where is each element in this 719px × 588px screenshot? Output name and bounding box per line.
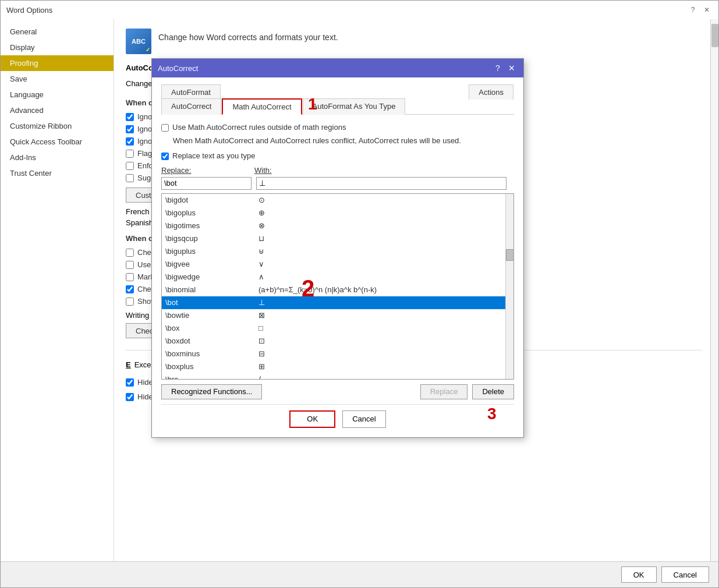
sidebar-item-trust-center[interactable]: Trust Center <box>1 165 114 181</box>
sidebar-item-language[interactable]: Language <box>1 87 114 102</box>
ignore2-checkbox[interactable] <box>126 125 134 133</box>
table-cell-replace: \bigotimes <box>162 219 255 232</box>
table-row-selected[interactable]: \bot ⊥ <box>162 296 513 309</box>
replace-header: Replace: <box>161 166 254 175</box>
check-checkbox[interactable] <box>126 249 134 257</box>
bottom-bar: OK Cancel <box>1 561 718 587</box>
replace-input[interactable] <box>161 177 252 190</box>
with-input[interactable] <box>256 177 507 190</box>
main-ok-button[interactable]: OK <box>621 566 657 583</box>
ignore3-checkbox[interactable] <box>126 137 134 146</box>
enforce-checkbox[interactable] <box>126 162 134 170</box>
table-row[interactable]: \boxplus ⊞ <box>162 360 513 373</box>
dialog-help-button[interactable]: ? <box>492 62 504 74</box>
hide-grammar-checkbox[interactable] <box>126 393 134 401</box>
table-cell-with: ⊗ <box>255 219 513 232</box>
title-bar-controls: ? ✕ <box>687 4 713 16</box>
table-row[interactable]: \bigoplus ⊕ <box>162 207 513 219</box>
use-math-row: Use Math AutoCorrect rules outside of ma… <box>161 122 514 133</box>
table-row[interactable]: \binomial (a+b)^n=Σ_(k=0)^n ⁡(n|k)a^k b^… <box>162 284 513 296</box>
spanish-label: Spanish <box>126 218 153 227</box>
table-row[interactable]: \bigotimes ⊗ <box>162 219 513 232</box>
sidebar: General Display Proofing Save Language A… <box>1 19 114 561</box>
show-checkbox[interactable] <box>126 297 134 306</box>
table-row[interactable]: \bigsqcup ⊔ <box>162 232 513 245</box>
tab-autoformat[interactable]: AutoFormat <box>161 84 221 100</box>
table-cell-replace: \box <box>162 322 255 335</box>
main-scroll-thumb <box>711 24 718 47</box>
table-row[interactable]: \bigvee ∨ <box>162 258 513 271</box>
dialog-body: AutoFormat Actions AutoCorrect Math Auto… <box>152 77 523 437</box>
table-row[interactable]: \bigwedge ∧ <box>162 271 513 284</box>
dialog-title-bar: AutoCorrect ? ✕ <box>152 59 523 77</box>
autocorrect-dialog: AutoCorrect ? ✕ AutoFormat Actions AutoC… <box>151 58 524 438</box>
delete-button[interactable]: Delete <box>472 384 514 399</box>
replace-table-container: \bigdot ⊙ \bigoplus ⊕ \bigotimes ⊗ \bi <box>161 193 514 380</box>
table-cell-with: ⊡ <box>255 335 513 348</box>
sidebar-item-save[interactable]: Save <box>1 71 114 87</box>
hide-spelling-checkbox[interactable] <box>126 378 134 387</box>
check2-checkbox[interactable] <box>126 285 134 293</box>
conflict-text: When Math AutoCorrect and AutoCorrect ru… <box>173 135 514 147</box>
table-row[interactable]: \boxdot ⊡ <box>162 335 513 348</box>
flag-checkbox[interactable] <box>126 150 134 158</box>
table-row[interactable]: \box □ <box>162 322 513 335</box>
tab-autocorrect[interactable]: AutoCorrect <box>161 98 221 115</box>
sidebar-item-add-ins[interactable]: Add-Ins <box>1 150 114 165</box>
close-button[interactable]: ✕ <box>701 4 713 16</box>
help-button[interactable]: ? <box>687 4 699 16</box>
table-cell-replace: \bigdot <box>162 194 255 207</box>
ignore1-checkbox[interactable] <box>126 113 134 121</box>
sidebar-item-quick-access-toolbar[interactable]: Quick Access Toolbar <box>1 134 114 150</box>
replace-button[interactable]: Replace <box>420 384 468 399</box>
table-cell-replace: \boxdot <box>162 335 255 348</box>
table-cell-replace: \bowtie <box>162 309 255 322</box>
table-cell-replace: \boxminus <box>162 348 255 360</box>
suggest-checkbox[interactable] <box>126 174 134 182</box>
replace-section: Replace: With: \bigdot ⊙ \bigoplus <box>161 166 514 380</box>
sidebar-item-display[interactable]: Display <box>1 40 114 55</box>
table-cell-with: ⊞ <box>255 360 513 373</box>
use-checkbox[interactable] <box>126 261 134 269</box>
dialog-cancel-button[interactable]: Cancel <box>342 410 385 428</box>
sidebar-item-customize-ribbon[interactable]: Customize Ribbon <box>1 118 114 134</box>
dialog-title-text: AutoCorrect <box>158 64 198 73</box>
table-cell-with: ⊎ <box>255 245 513 258</box>
table-row[interactable]: \bra ⟨ <box>162 373 513 380</box>
abc-icon: ABC <box>126 29 151 54</box>
use-math-label: Use Math AutoCorrect rules outside of ma… <box>172 123 346 132</box>
table-row[interactable]: \bowtie ⊠ <box>162 309 513 322</box>
table-cell-replace-selected: \bot <box>162 296 255 309</box>
table-row[interactable]: \biguplus ⊎ <box>162 245 513 258</box>
dialog-title-controls: ? ✕ <box>492 62 518 74</box>
replace-text-checkbox[interactable] <box>161 153 169 160</box>
table-cell-replace: \bigwedge <box>162 271 255 284</box>
dialog-left-buttons: Recognized Functions... <box>161 384 262 399</box>
table-cell-with: ⊙ <box>255 194 513 207</box>
replace-table: \bigdot ⊙ \bigoplus ⊕ \bigotimes ⊗ \bi <box>162 194 513 380</box>
main-scrollbar[interactable] <box>710 19 718 561</box>
table-row[interactable]: \boxminus ⊟ <box>162 348 513 360</box>
use-math-checkbox[interactable] <box>161 124 169 132</box>
main-cancel-button[interactable]: Cancel <box>661 566 709 583</box>
table-row[interactable]: \bigdot ⊙ <box>162 194 513 207</box>
title-bar: Word Options ? ✕ <box>1 1 718 19</box>
dialog-close-button[interactable]: ✕ <box>506 62 518 74</box>
dialog-bottom-buttons: Recognized Functions... Replace Delete <box>161 384 514 399</box>
dialog-ok-button[interactable]: OK <box>289 410 335 428</box>
sidebar-item-general[interactable]: General <box>1 24 114 40</box>
tab-actions[interactable]: Actions <box>469 84 513 100</box>
table-cell-with: ⊔ <box>255 232 513 245</box>
table-scrollbar[interactable] <box>505 194 513 379</box>
recognized-functions-button[interactable]: Recognized Functions... <box>161 384 262 399</box>
mark-checkbox[interactable] <box>126 273 134 281</box>
tab-math-autocorrect[interactable]: Math AutoCorrect 1 <box>222 98 302 115</box>
tab-spacer <box>221 84 469 99</box>
table-cell-with: ⟨ <box>255 373 513 380</box>
sidebar-item-advanced[interactable]: Advanced <box>1 102 114 118</box>
tab-autoformat-as-you-type[interactable]: AutoFormat As You Type <box>303 98 406 115</box>
sidebar-item-proofing[interactable]: Proofing <box>1 55 114 71</box>
table-cell-with-selected: ⊥ <box>255 296 513 309</box>
table-cell-replace: \bigsqcup <box>162 232 255 245</box>
replace-input-row <box>161 177 514 190</box>
